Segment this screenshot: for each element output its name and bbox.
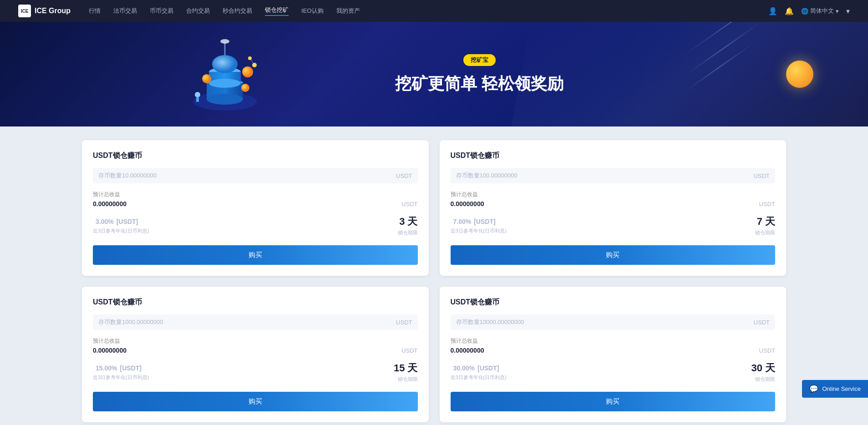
card-2-earnings-unit: USDT [401, 347, 417, 354]
lang-label: 简体中文 [810, 7, 834, 15]
card-0-amount: 存币数量10.00000000 [98, 172, 396, 180]
svg-point-15 [195, 92, 200, 97]
card-2-period-label: 锁仓期限 [394, 376, 418, 383]
card-0-earnings-value: 0.00000000 [93, 200, 127, 207]
card-0-buy-button[interactable]: 购买 [93, 245, 418, 265]
card-1-earnings-unit: USDT [759, 201, 775, 207]
card-3-rate: 30.00%[USDT] 近3日参考年化(日币利息) [451, 361, 507, 381]
online-service-label: Online Service [822, 385, 861, 392]
nav-item-spot[interactable]: 币币交易 [150, 7, 173, 15]
navbar: ICE ICE Group 行情 法币交易 币币交易 合约交易 秒合约交易 锁仓… [0, 0, 868, 22]
card-2-rate-value: 15.00%[USDT] [93, 361, 149, 373]
chevron-down-icon: ▾ [836, 8, 839, 15]
card-1-earnings-row: 0.00000000 USDT [451, 200, 776, 207]
card-2-title: USDT锁仓赚币 [93, 298, 418, 307]
card-1-earnings-label: 预计总收益 [451, 191, 776, 198]
card-2-buy-button[interactable]: 购买 [93, 392, 418, 411]
nav-item-second-futures[interactable]: 秒合约交易 [223, 7, 252, 15]
card-0-earnings-label: 预计总收益 [93, 191, 418, 198]
card-2-rate-label: 近3日参考年化(日币利息) [93, 374, 149, 381]
navbar-logo[interactable]: ICE ICE Group [18, 5, 71, 17]
svg-point-9 [220, 39, 229, 44]
card-3-title: USDT锁仓赚币 [451, 298, 776, 307]
card-2-rate: 15.00%[USDT] 近3日参考年化(日币利息) [93, 361, 149, 381]
nav-right: 👤 🔔 🌐 简体中文 ▾ ▾ [768, 7, 850, 15]
svg-point-6 [209, 79, 241, 88]
nav-item-assets[interactable]: 我的资产 [336, 7, 360, 15]
card-1-stats-row: 7.00%[USDT] 近3日参考年化(日币利息) 7 天 锁仓期限 [451, 215, 776, 236]
card-2-period: 15 天 锁仓期限 [394, 361, 418, 383]
banner-text-area: 挖矿宝 挖矿更简单 轻松领奖励 [270, 54, 689, 95]
banner-circle-decoration [786, 61, 813, 88]
card-0-stats-row: 3.00%[USDT] 近3日参考年化(日币利息) 3 天 锁仓期限 [93, 215, 418, 236]
chat-icon: 💬 [809, 385, 818, 393]
bell-icon[interactable]: 🔔 [785, 7, 794, 15]
svg-line-19 [250, 58, 254, 65]
banner-badge: 挖矿宝 [463, 54, 496, 66]
logo-text: ICE Group [35, 7, 71, 15]
main-content: USDT锁仓赚币 存币数量10.00000000 USDT 预计总收益 0.00… [0, 126, 868, 425]
nav-item-quotes[interactable]: 行情 [89, 7, 101, 15]
svg-text:$: $ [205, 77, 208, 81]
card-3-earnings-row: 0.00000000 USDT [451, 347, 776, 354]
card-2-earnings-value: 0.00000000 [93, 347, 127, 354]
banner-title: 挖矿更简单 轻松领奖励 [289, 73, 671, 95]
nav-item-ieo[interactable]: IEO认购 [301, 7, 323, 15]
online-service-button[interactable]: 💬 Online Service [802, 380, 868, 398]
card-1-period-value: 7 天 [755, 215, 775, 228]
card-2-amount: 存币数量1000.00000000 [98, 318, 396, 326]
mining-card-3: USDT锁仓赚币 存币数量10000.00000000 USDT 预计总收益 0… [440, 287, 787, 422]
nav-links: 行情 法币交易 币币交易 合约交易 秒合约交易 锁仓挖矿 IEO认购 我的资产 [89, 6, 768, 16]
svg-point-14 [241, 84, 249, 92]
card-1-period: 7 天 锁仓期限 [755, 215, 775, 236]
card-3-period-value: 30 天 [751, 361, 775, 375]
banner: $ $ [0, 22, 868, 126]
globe-icon: 🌐 [801, 8, 808, 15]
card-1-amount: 存币数量100.00000000 [456, 172, 754, 180]
card-3-amount: 存币数量10000.00000000 [456, 318, 754, 326]
card-2-input-row: 存币数量1000.00000000 USDT [93, 314, 418, 330]
card-3-stats-row: 30.00%[USDT] 近3日参考年化(日币利息) 30 天 锁仓期限 [451, 361, 776, 383]
card-2-earnings-label: 预计总收益 [93, 337, 418, 345]
language-selector[interactable]: 🌐 简体中文 ▾ [801, 7, 839, 15]
card-0-rate-label: 近3日参考年化(日币利息) [93, 228, 149, 234]
mining-card-0: USDT锁仓赚币 存币数量10.00000000 USDT 预计总收益 0.00… [82, 140, 429, 276]
svg-point-3 [207, 94, 243, 105]
card-1-rate-label: 近3日参考年化(日币利息) [451, 228, 507, 234]
logo-icon: ICE [18, 5, 31, 17]
card-3-buy-button[interactable]: 购买 [451, 392, 776, 411]
user-icon[interactable]: 👤 [768, 7, 777, 15]
card-3-input-row: 存币数量10000.00000000 USDT [451, 314, 776, 330]
card-1-unit: USDT [754, 172, 770, 179]
card-3-earnings-value: 0.00000000 [451, 347, 484, 354]
card-0-period-label: 锁仓期限 [398, 229, 418, 236]
card-0-rate-value: 3.00%[USDT] [93, 215, 149, 227]
svg-rect-16 [196, 97, 199, 102]
card-2-period-value: 15 天 [394, 361, 418, 375]
svg-point-7 [212, 55, 238, 73]
card-2-unit: USDT [396, 319, 412, 326]
card-3-rate-value: 30.00%[USDT] [451, 361, 507, 373]
card-0-period: 3 天 锁仓期限 [398, 215, 418, 236]
card-1-title: USDT锁仓赚币 [451, 151, 776, 161]
card-1-buy-button[interactable]: 购买 [451, 245, 776, 265]
nav-item-mining[interactable]: 锁仓挖矿 [265, 6, 289, 16]
mining-card-2: USDT锁仓赚币 存币数量1000.00000000 USDT 预计总收益 0.… [82, 287, 429, 422]
cards-grid: USDT锁仓赚币 存币数量10.00000000 USDT 预计总收益 0.00… [82, 140, 786, 422]
card-3-earnings-label: 预计总收益 [451, 337, 776, 345]
card-3-rate-label: 近3日参考年化(日币利息) [451, 374, 507, 381]
card-2-stats-row: 15.00%[USDT] 近3日参考年化(日币利息) 15 天 锁仓期限 [93, 361, 418, 383]
card-2-earnings-row: 0.00000000 USDT [93, 347, 418, 354]
nav-item-futures[interactable]: 合约交易 [186, 7, 210, 15]
mining-card-1: USDT锁仓赚币 存币数量100.00000000 USDT 预计总收益 0.0… [440, 140, 787, 276]
card-0-earnings-unit: USDT [401, 201, 417, 207]
card-0-title: USDT锁仓赚币 [93, 151, 418, 161]
nav-item-fiat[interactable]: 法币交易 [113, 7, 137, 15]
banner-illustration: $ $ [179, 33, 270, 115]
card-3-unit: USDT [754, 319, 770, 326]
card-3-earnings-unit: USDT [759, 347, 775, 354]
more-icon[interactable]: ▾ [846, 7, 850, 15]
card-0-input-row: 存币数量10.00000000 USDT [93, 168, 418, 183]
card-0-unit: USDT [396, 172, 412, 179]
card-0-rate: 3.00%[USDT] 近3日参考年化(日币利息) [93, 215, 149, 234]
